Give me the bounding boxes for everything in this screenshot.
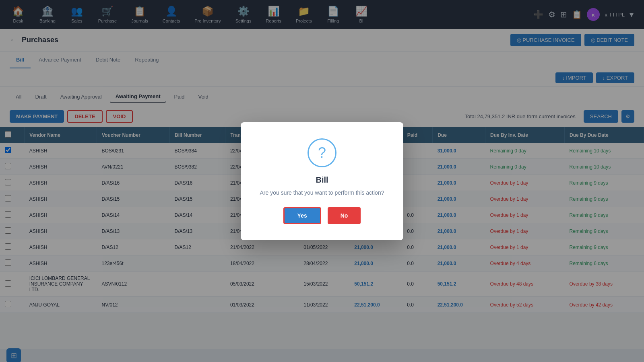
question-icon: ? bbox=[308, 138, 336, 167]
modal-title: Bill bbox=[260, 175, 384, 185]
no-button[interactable]: No bbox=[328, 207, 361, 224]
modal-overlay: ? Bill Are you sure that you want to per… bbox=[0, 0, 644, 362]
modal-buttons: Yes No bbox=[260, 207, 384, 224]
confirmation-modal: ? Bill Are you sure that you want to per… bbox=[241, 122, 404, 240]
modal-text: Are you sure that you want to perform th… bbox=[260, 189, 384, 196]
yes-button[interactable]: Yes bbox=[283, 207, 321, 224]
